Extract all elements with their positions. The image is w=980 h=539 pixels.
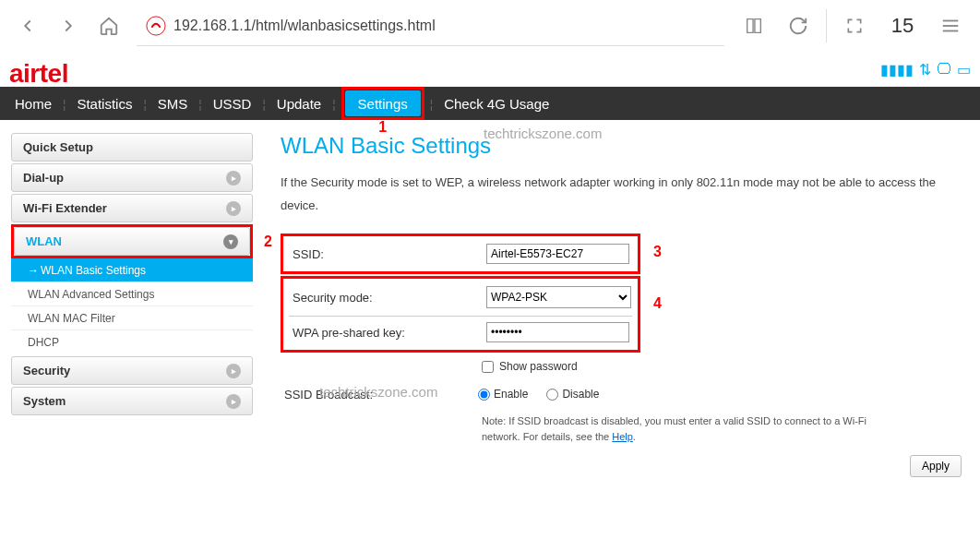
svg-point-0: [147, 16, 165, 34]
sidebar-item-label: Wi-Fi Extender: [23, 201, 107, 215]
sidebar-wifi-extender[interactable]: Wi-Fi Extender▸: [11, 194, 253, 222]
status-icons: ▮▮▮▮ ⇅ 🖵 ▭: [880, 59, 971, 78]
page-header: airtel ▮▮▮▮ ⇅ 🖵 ▭: [0, 52, 980, 87]
tab-count[interactable]: 15: [877, 14, 928, 38]
sim-icon: ▭: [957, 61, 971, 78]
chevron-right-icon: ▸: [226, 394, 241, 409]
show-password-checkbox[interactable]: [482, 361, 494, 373]
airtel-logo: airtel: [9, 59, 68, 89]
sidebar-dialup[interactable]: Dial-up▸: [11, 163, 253, 192]
watermark: techtrickszone.com: [319, 384, 437, 400]
note-text: Note: If SSID broadcast is disabled, you…: [482, 413, 878, 444]
disable-radio[interactable]: [546, 389, 558, 401]
sidebar-quick-setup[interactable]: Quick Setup: [11, 133, 253, 162]
chevron-down-icon: ▾: [223, 234, 238, 249]
nav-statistics[interactable]: Statistics: [71, 87, 137, 120]
highlight-box-1: Settings 1: [341, 87, 424, 120]
note-prefix: Note: If SSID broadcast is disabled, you…: [482, 415, 866, 442]
chevron-right-icon: ▸: [226, 364, 241, 378]
sidebar-item-label: Quick Setup: [23, 140, 93, 154]
show-password-label: Show password: [499, 360, 578, 373]
nav-home[interactable]: Home: [9, 87, 57, 120]
annotation-1: 1: [378, 119, 387, 136]
highlight-box-3: SSID: 3: [281, 234, 640, 274]
sidebar-item-label: System: [23, 394, 66, 408]
annotation-4: 4: [653, 295, 662, 312]
sidebar-subitem-label: WLAN MAC Filter: [28, 312, 115, 325]
disable-label: Disable: [562, 388, 599, 401]
signal-icon: ▮▮▮▮: [880, 61, 914, 78]
ssid-input[interactable]: [486, 244, 629, 264]
main-panel: WLAN Basic Settings If the Security mode…: [281, 133, 971, 477]
chevron-right-icon: ▸: [226, 201, 241, 216]
sidebar: Quick Setup Dial-up▸ Wi-Fi Extender▸ WLA…: [11, 133, 253, 477]
wpa-key-input[interactable]: [486, 322, 629, 342]
top-nav: Home¦ Statistics¦ SMS¦ USSD¦ Update¦ Set…: [0, 87, 980, 120]
sidebar-subitem-label: DHCP: [28, 336, 59, 349]
browser-toolbar: 192.168.1.1/html/wlanbasicsettings.html …: [0, 0, 980, 52]
sidebar-item-label: Security: [23, 364, 70, 377]
enable-label: Enable: [494, 388, 528, 401]
sidebar-security[interactable]: Security▸: [11, 356, 253, 385]
device-icon: 🖵: [937, 61, 951, 78]
forward-button[interactable]: [48, 6, 89, 46]
sidebar-dhcp[interactable]: DHCP: [11, 330, 253, 354]
sidebar-item-label: WLAN: [26, 234, 62, 248]
highlight-box-4: Security mode: WPA2-PSK WPA pre-shared k…: [281, 276, 640, 353]
apply-button[interactable]: Apply: [910, 455, 962, 477]
page-title: WLAN Basic Settings: [281, 133, 962, 159]
nav-check4g[interactable]: Check 4G Usage: [438, 87, 555, 120]
highlight-box-2: WLAN▾ 2: [11, 224, 253, 258]
nav-settings[interactable]: Settings: [345, 90, 421, 116]
note-suffix: .: [633, 431, 636, 442]
enable-option[interactable]: Enable: [478, 388, 528, 401]
nav-sms[interactable]: SMS: [152, 87, 194, 120]
reload-button[interactable]: [776, 6, 820, 46]
security-mode-label: Security mode:: [289, 291, 486, 305]
site-favicon: [146, 16, 166, 36]
sidebar-wlan-mac[interactable]: WLAN MAC Filter: [11, 306, 253, 330]
sidebar-wlan-advanced[interactable]: WLAN Advanced Settings: [11, 282, 253, 306]
reader-mode-icon[interactable]: [732, 6, 776, 46]
sidebar-wlan[interactable]: WLAN▾: [14, 227, 250, 256]
sidebar-wlan-basic[interactable]: WLAN Basic Settings: [11, 258, 253, 282]
content-area: Quick Setup Dial-up▸ Wi-Fi Extender▸ WLA…: [0, 120, 980, 486]
disable-option[interactable]: Disable: [546, 388, 599, 401]
hamburger-menu-icon[interactable]: [928, 6, 973, 46]
sidebar-subitem-label: WLAN Basic Settings: [41, 264, 146, 277]
transfer-icon: ⇅: [919, 61, 931, 78]
description-text: If the Security mode is set to WEP, a wi…: [281, 172, 962, 217]
wpa-key-label: WPA pre-shared key:: [289, 326, 486, 340]
sidebar-subitem-label: WLAN Advanced Settings: [28, 288, 154, 301]
annotation-3: 3: [653, 244, 662, 260]
security-mode-select[interactable]: WPA2-PSK: [486, 286, 631, 308]
enable-radio[interactable]: [478, 389, 490, 401]
sidebar-item-label: Dial-up: [23, 171, 64, 185]
chevron-right-icon: ▸: [226, 171, 241, 186]
ssid-label: SSID:: [289, 247, 486, 261]
url-text: 192.168.1.1/html/wlanbasicsettings.html: [173, 18, 436, 34]
nav-ussd[interactable]: USSD: [208, 87, 257, 120]
watermark: techtrickszone.com: [484, 126, 602, 141]
url-bar[interactable]: 192.168.1.1/html/wlanbasicsettings.html: [137, 6, 724, 46]
annotation-2: 2: [264, 234, 272, 250]
sidebar-system[interactable]: System▸: [11, 387, 253, 415]
show-password-row: Show password: [482, 354, 962, 378]
help-link[interactable]: Help: [612, 431, 633, 442]
back-button[interactable]: [7, 6, 48, 46]
fullscreen-icon[interactable]: [832, 6, 877, 46]
nav-update[interactable]: Update: [271, 87, 327, 120]
home-button[interactable]: [89, 6, 129, 46]
